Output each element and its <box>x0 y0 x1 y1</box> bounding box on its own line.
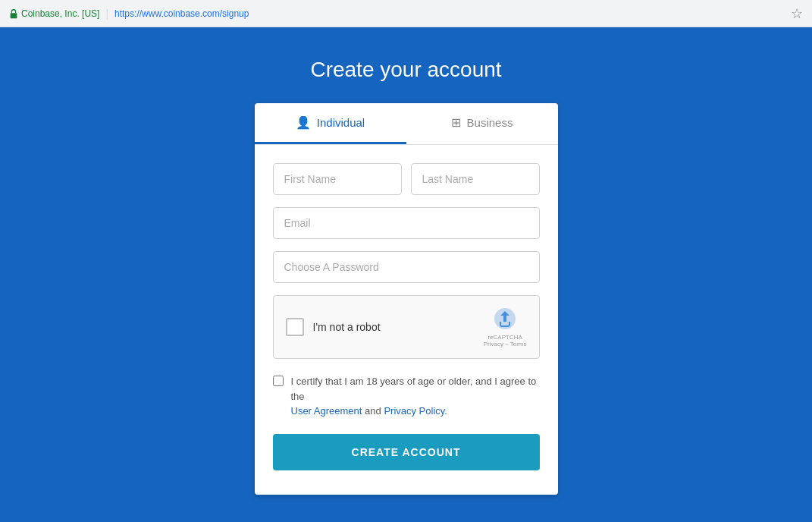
page-background: Create your account 👤 Individual ⊞ Busin… <box>0 27 812 522</box>
account-type-tabs: 👤 Individual ⊞ Business <box>255 103 558 145</box>
lock-icon <box>9 8 18 19</box>
page-title: Create your account <box>310 58 501 82</box>
recaptcha-icon <box>493 307 517 334</box>
form-body: I'm not a robot reCAPTCHA Privacy – Term… <box>255 163 558 359</box>
email-group <box>273 207 540 239</box>
browser-security: Coinbase, Inc. [US] <box>9 8 99 19</box>
first-name-input[interactable] <box>273 163 402 195</box>
cert-text: I certify that I am 18 years of age or o… <box>291 374 540 419</box>
tab-individual[interactable]: 👤 Individual <box>255 103 406 144</box>
svg-rect-0 <box>11 13 17 18</box>
privacy-policy-link[interactable]: Privacy Policy <box>384 405 444 417</box>
tab-business[interactable]: ⊞ Business <box>406 103 558 144</box>
recaptcha-checkbox[interactable] <box>286 318 304 336</box>
url-divider: | <box>105 8 108 20</box>
security-label: Coinbase, Inc. [US] <box>21 8 99 19</box>
browser-bar: Coinbase, Inc. [US] | https://www.coinba… <box>0 0 812 27</box>
certification-row: I certify that I am 18 years of age or o… <box>255 374 558 419</box>
bookmark-icon[interactable]: ☆ <box>791 5 803 22</box>
individual-icon: 👤 <box>296 115 311 130</box>
user-agreement-link[interactable]: User Agreement <box>291 405 362 417</box>
name-row <box>273 163 540 195</box>
browser-url[interactable]: https://www.coinbase.com/signup <box>114 8 249 19</box>
email-input[interactable] <box>273 207 540 239</box>
cert-checkbox[interactable] <box>273 376 284 386</box>
password-input[interactable] <box>273 251 540 283</box>
last-name-input[interactable] <box>411 163 540 195</box>
tab-individual-label: Individual <box>317 116 365 129</box>
recaptcha-policy-links: Privacy – Terms <box>484 341 527 347</box>
business-icon: ⊞ <box>451 115 461 130</box>
recaptcha-logo: reCAPTCHA Privacy – Terms <box>484 307 527 347</box>
recaptcha-label: I'm not a robot <box>313 321 475 333</box>
password-group <box>273 251 540 283</box>
recaptcha-brand-text: reCAPTCHA <box>488 334 522 341</box>
create-account-button[interactable]: CREATE ACCOUNT <box>273 434 540 470</box>
recaptcha-widget[interactable]: I'm not a robot reCAPTCHA Privacy – Term… <box>273 295 540 359</box>
tab-business-label: Business <box>467 116 513 129</box>
signup-card: 👤 Individual ⊞ Business <box>255 103 558 495</box>
